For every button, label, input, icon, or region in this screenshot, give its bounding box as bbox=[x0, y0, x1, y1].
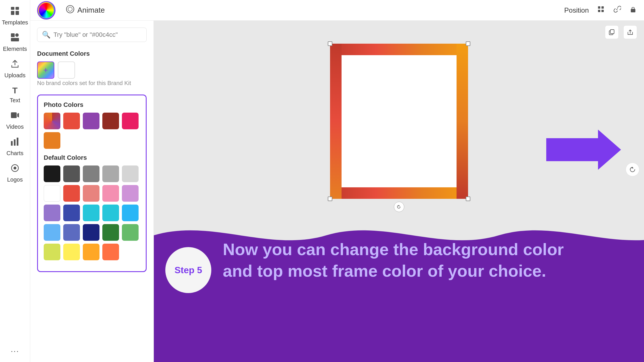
svg-rect-10 bbox=[17, 138, 18, 146]
sidebar-label-templates: Templates bbox=[2, 19, 28, 26]
refresh-button[interactable] bbox=[626, 163, 639, 176]
default-swatch-cyan[interactable] bbox=[102, 205, 119, 221]
sidebar-label-videos: Videos bbox=[6, 124, 24, 130]
charts-icon bbox=[10, 137, 20, 148]
default-swatch-dark-indigo[interactable] bbox=[83, 224, 99, 241]
color-swatch-4[interactable] bbox=[44, 132, 60, 149]
frame-bottom-border bbox=[330, 187, 468, 199]
animate-icon bbox=[66, 5, 74, 16]
default-swatch-yellow[interactable] bbox=[63, 244, 80, 260]
default-swatch-pink[interactable] bbox=[102, 185, 119, 202]
default-swatch-indigo[interactable] bbox=[63, 205, 80, 221]
sidebar-item-charts[interactable]: Charts bbox=[0, 134, 30, 160]
default-swatch-medium-purple[interactable] bbox=[44, 205, 60, 221]
logos-icon bbox=[10, 163, 20, 175]
canvas-area: + Add page Step 5 Now you can change t bbox=[154, 21, 644, 362]
step-label: Step 5 bbox=[175, 265, 202, 276]
link-icon[interactable] bbox=[613, 5, 621, 15]
default-swatch-light-blue[interactable] bbox=[122, 205, 139, 221]
sidebar-item-logos[interactable]: Logos bbox=[0, 160, 30, 186]
elements-icon bbox=[10, 33, 20, 44]
svg-rect-0 bbox=[11, 7, 14, 10]
sidebar-item-more[interactable]: ··· bbox=[0, 343, 30, 359]
default-swatch-amber[interactable] bbox=[83, 244, 99, 260]
svg-rect-17 bbox=[601, 10, 604, 12]
default-swatch-lighter-gray[interactable] bbox=[122, 165, 139, 182]
color-swatch-2[interactable] bbox=[102, 113, 119, 129]
color-swatch-0[interactable] bbox=[63, 113, 80, 129]
animate-button[interactable]: Animate bbox=[60, 2, 110, 18]
default-swatch-salmon[interactable] bbox=[83, 185, 99, 202]
brand-kit-note: No brand colors set for this Brand Kit bbox=[37, 80, 147, 86]
default-swatch-red[interactable] bbox=[63, 185, 80, 202]
search-bar[interactable]: 🔍 bbox=[37, 28, 147, 42]
sidebar-item-videos[interactable]: Videos bbox=[0, 107, 30, 134]
left-panel: 🔍 Document Colors + No brand colors set … bbox=[30, 21, 154, 362]
sidebar-label-text: Text bbox=[10, 97, 20, 104]
default-swatch-lime[interactable] bbox=[44, 244, 60, 260]
sidebar-item-uploads[interactable]: Uploads bbox=[0, 56, 30, 82]
sidebar-label-uploads: Uploads bbox=[4, 72, 25, 79]
sidebar-item-templates[interactable]: Templates bbox=[0, 3, 30, 29]
color-swatch-1[interactable] bbox=[83, 113, 99, 129]
svg-marker-21 bbox=[546, 130, 621, 170]
toolbar: Animate Position bbox=[30, 0, 644, 21]
bottom-section: Step 5 Now you can change the background… bbox=[154, 213, 644, 362]
svg-rect-3 bbox=[16, 11, 19, 15]
svg-rect-20 bbox=[610, 30, 614, 34]
rotate-handle[interactable] bbox=[394, 202, 404, 212]
add-color-button[interactable]: + bbox=[37, 61, 54, 79]
purple-arrow bbox=[546, 130, 621, 171]
duplicate-button[interactable] bbox=[605, 25, 619, 39]
empty-color-swatch[interactable] bbox=[58, 61, 75, 79]
search-input[interactable] bbox=[53, 31, 142, 38]
toolbar-right: Position bbox=[564, 5, 637, 15]
canvas-frame-container: + Add page bbox=[330, 44, 468, 234]
sidebar: Templates Elements Uploads T Text Videos… bbox=[0, 0, 30, 362]
bottom-text-line2: and top most frame color of your choice. bbox=[223, 261, 546, 280]
frame-top-border bbox=[330, 44, 468, 55]
frame-right-border bbox=[457, 44, 468, 199]
content-area: 🔍 Document Colors + No brand colors set … bbox=[30, 21, 644, 362]
default-swatch-lavender[interactable] bbox=[122, 185, 139, 202]
default-swatch-black[interactable] bbox=[44, 165, 60, 182]
default-colors-title: Default Colors bbox=[44, 154, 140, 161]
photo-colors-panel: Photo Colors Default Colors bbox=[37, 95, 147, 272]
color-swatch-3[interactable] bbox=[122, 113, 139, 129]
photo-colors-title: Photo Colors bbox=[44, 101, 140, 109]
sidebar-item-elements[interactable]: Elements bbox=[0, 29, 30, 56]
default-color-grid bbox=[44, 165, 140, 260]
canvas-frame[interactable] bbox=[330, 44, 468, 199]
color-picker-button[interactable] bbox=[37, 1, 55, 20]
default-swatch-dark-green[interactable] bbox=[102, 224, 119, 241]
handle-bottom-left[interactable] bbox=[328, 197, 332, 201]
sidebar-item-text[interactable]: T Text bbox=[0, 82, 30, 107]
svg-rect-1 bbox=[16, 7, 19, 10]
color-swatch-gradient[interactable] bbox=[44, 113, 60, 129]
default-swatch-orange[interactable] bbox=[102, 244, 119, 260]
default-swatch-blue[interactable] bbox=[44, 224, 60, 241]
svg-rect-9 bbox=[14, 139, 16, 146]
format-icon[interactable] bbox=[597, 5, 605, 15]
handle-top-left[interactable] bbox=[328, 41, 332, 46]
svg-rect-8 bbox=[11, 141, 13, 146]
default-swatch-dark-gray[interactable] bbox=[63, 165, 80, 182]
default-swatch-light-gray[interactable] bbox=[102, 165, 119, 182]
main-area: Animate Position 🔍 Document Colors bbox=[30, 0, 644, 362]
handle-bottom-right[interactable] bbox=[466, 197, 470, 201]
lock-icon[interactable] bbox=[629, 5, 637, 15]
handle-top-right[interactable] bbox=[466, 41, 470, 46]
default-swatch-green[interactable] bbox=[122, 224, 139, 241]
default-swatch-gray[interactable] bbox=[83, 165, 99, 182]
text-icon: T bbox=[12, 86, 18, 95]
default-swatch-teal[interactable] bbox=[83, 205, 99, 221]
default-swatch-white[interactable] bbox=[44, 185, 60, 202]
position-button[interactable]: Position bbox=[564, 6, 589, 14]
more-icon: ··· bbox=[11, 346, 19, 356]
videos-icon bbox=[10, 111, 20, 122]
canvas-toolbar-top bbox=[605, 25, 637, 39]
share-button[interactable] bbox=[623, 25, 637, 39]
bottom-text-line1: Now you can change the background color bbox=[223, 240, 564, 259]
default-swatch-slate-blue[interactable] bbox=[63, 224, 80, 241]
uploads-icon bbox=[10, 59, 20, 70]
